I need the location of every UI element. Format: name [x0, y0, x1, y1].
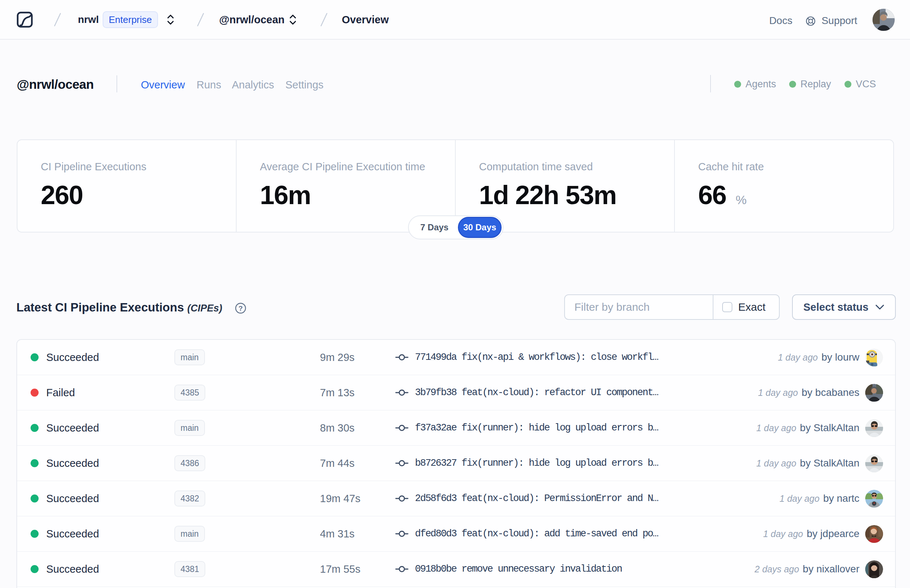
svg-text:?: ?: [238, 305, 243, 312]
